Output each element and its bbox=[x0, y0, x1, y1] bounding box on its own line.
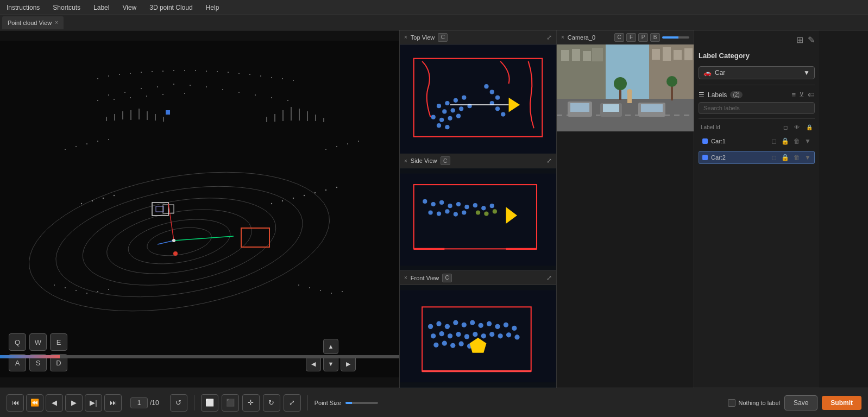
svg-point-116 bbox=[445, 125, 449, 129]
camera-close[interactable]: × bbox=[561, 34, 564, 40]
skip-to-start-button[interactable]: ⏮ bbox=[7, 394, 24, 412]
menu-3d-point-cloud[interactable]: 3D point Cloud bbox=[147, 3, 194, 12]
menu-instructions[interactable]: Instructions bbox=[4, 3, 42, 12]
prev-frame-button[interactable]: ◀ bbox=[46, 394, 63, 412]
svg-point-67 bbox=[162, 71, 163, 72]
svg-point-68 bbox=[173, 70, 174, 71]
lock-all-icon[interactable]: 🔒 bbox=[806, 124, 813, 130]
filter-sort-icon[interactable]: ≡ bbox=[791, 91, 796, 99]
play-prev-button[interactable]: ⏪ bbox=[26, 394, 43, 412]
menu-help[interactable]: Help bbox=[204, 3, 222, 12]
cam-btn-b[interactable]: B bbox=[650, 33, 660, 42]
frame-current-input[interactable] bbox=[130, 397, 148, 408]
svg-point-103 bbox=[437, 104, 441, 108]
skip-to-end-button[interactable]: ⏭ bbox=[104, 394, 122, 412]
svg-point-152 bbox=[453, 320, 458, 325]
label-car2-expand-icon[interactable]: ▼ bbox=[804, 154, 811, 161]
car-icon: 🚗 bbox=[703, 69, 712, 77]
label-category-dropdown[interactable]: 🚗 Car ▼ bbox=[699, 66, 815, 79]
front-view-close[interactable]: × bbox=[404, 275, 407, 281]
svg-point-16 bbox=[255, 94, 256, 96]
tab-point-cloud[interactable]: Point cloud View × bbox=[2, 16, 64, 29]
cam-btn-p[interactable]: P bbox=[638, 33, 648, 42]
svg-point-135 bbox=[490, 204, 494, 208]
save-button[interactable]: Save bbox=[784, 395, 817, 410]
submit-button[interactable]: Submit bbox=[822, 396, 861, 410]
svg-point-49 bbox=[358, 141, 359, 142]
panel-title: Label Category bbox=[699, 52, 750, 60]
edit-icon[interactable]: ✎ bbox=[808, 35, 815, 45]
camera-brightness-slider[interactable] bbox=[662, 36, 689, 39]
side-view-badge: C bbox=[441, 156, 450, 165]
side-view-close[interactable]: × bbox=[404, 158, 407, 164]
label-car1-expand-icon[interactable]: ▼ bbox=[804, 137, 811, 145]
cam-btn-f[interactable]: F bbox=[626, 33, 636, 42]
svg-point-155 bbox=[479, 323, 483, 328]
nothing-to-label-checkbox[interactable] bbox=[728, 399, 735, 407]
svg-point-14 bbox=[222, 89, 223, 90]
menu-view[interactable]: View bbox=[120, 3, 139, 12]
svg-point-17 bbox=[271, 97, 272, 98]
fullscreen-button[interactable]: ⤢ bbox=[284, 394, 301, 412]
move-tool-button[interactable]: ✛ bbox=[242, 394, 260, 412]
svg-point-150 bbox=[436, 321, 441, 326]
svg-rect-0 bbox=[0, 41, 399, 377]
svg-point-198 bbox=[627, 89, 632, 94]
point-size-control: Point Size bbox=[315, 400, 379, 406]
top-view-close[interactable]: × bbox=[404, 34, 407, 40]
key-w[interactable]: W bbox=[29, 333, 47, 351]
box-tool-button[interactable]: ⬜ bbox=[201, 394, 218, 412]
label-item-car2[interactable]: Car:2 ◻ 🔒 🗑 ▼ bbox=[699, 151, 815, 164]
menu-bar: Instructions Shortcuts Label View 3D poi… bbox=[0, 0, 868, 15]
menu-label[interactable]: Label bbox=[91, 3, 111, 12]
visible-all-icon[interactable]: 👁 bbox=[794, 124, 800, 130]
rotate-tool-button[interactable]: ↻ bbox=[263, 394, 280, 412]
pc-canvas[interactable]: Q W E A S D ▲ ◀ ▼ ▶ bbox=[0, 30, 399, 388]
svg-point-9 bbox=[141, 88, 142, 89]
svg-rect-31 bbox=[155, 114, 156, 121]
label-car1-lock-icon[interactable]: 🔒 bbox=[781, 137, 789, 145]
hide-all-icon[interactable]: ◻ bbox=[783, 124, 788, 130]
point-size-slider[interactable] bbox=[345, 402, 378, 404]
svg-point-83 bbox=[114, 195, 115, 196]
svg-point-15 bbox=[238, 92, 240, 93]
label-item-car1[interactable]: Car:1 ◻ 🔒 🗑 ▼ bbox=[699, 135, 815, 148]
timeline-progress[interactable] bbox=[0, 355, 399, 358]
search-labels-input[interactable] bbox=[699, 102, 815, 114]
label-car2-lock-icon[interactable]: 🔒 bbox=[781, 154, 789, 161]
svg-rect-30 bbox=[147, 111, 148, 120]
side-view-expand[interactable]: ⤢ bbox=[546, 157, 552, 165]
cam-btn-c[interactable]: C bbox=[614, 33, 624, 42]
front-view-content[interactable] bbox=[400, 285, 556, 388]
filter-icon[interactable]: ⊻ bbox=[799, 91, 804, 99]
tab-close-icon[interactable]: × bbox=[55, 20, 58, 26]
label-car1-hide-icon[interactable]: ◻ bbox=[771, 137, 777, 145]
next-frame-button[interactable]: ▶| bbox=[85, 394, 102, 412]
side-view-content[interactable] bbox=[400, 168, 556, 271]
menu-shortcuts[interactable]: Shortcuts bbox=[51, 3, 83, 12]
settings-icon[interactable]: ⊞ bbox=[796, 35, 803, 45]
nav-up[interactable]: ▲ bbox=[323, 339, 338, 354]
nav-down[interactable]: ▼ bbox=[323, 356, 338, 371]
top-view-expand[interactable]: ⤢ bbox=[546, 34, 552, 41]
tag-icon[interactable]: 🏷 bbox=[808, 91, 815, 99]
svg-point-46 bbox=[325, 149, 326, 150]
key-q[interactable]: Q bbox=[9, 333, 26, 351]
label-car2-hide-icon[interactable]: ◻ bbox=[771, 154, 777, 161]
svg-point-106 bbox=[462, 96, 466, 100]
play-button[interactable]: ▶ bbox=[65, 394, 83, 412]
cuboid-tool-button[interactable]: ⬛ bbox=[222, 394, 239, 412]
top-view-content[interactable] bbox=[400, 45, 556, 154]
svg-point-48 bbox=[347, 143, 348, 144]
nav-left[interactable]: ◀ bbox=[306, 356, 321, 371]
label-car1-delete-icon[interactable]: 🗑 bbox=[794, 137, 800, 145]
label-car2-delete-icon[interactable]: 🗑 bbox=[794, 154, 800, 161]
reset-button[interactable]: ↺ bbox=[170, 394, 187, 412]
front-view-expand[interactable]: ⤢ bbox=[546, 274, 552, 282]
svg-rect-39 bbox=[315, 115, 316, 121]
svg-rect-25 bbox=[106, 117, 107, 121]
camera-image bbox=[557, 45, 694, 131]
key-e[interactable]: E bbox=[50, 333, 67, 351]
nav-right[interactable]: ▶ bbox=[341, 356, 356, 371]
svg-point-64 bbox=[130, 73, 131, 74]
